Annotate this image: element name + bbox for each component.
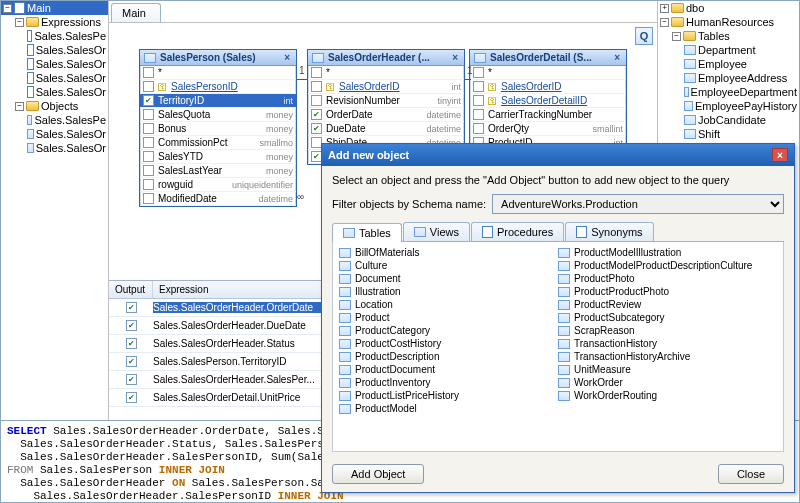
field-row[interactable]: TerritoryIDint xyxy=(140,94,296,108)
field-star[interactable]: * xyxy=(140,66,296,80)
field-checkbox[interactable] xyxy=(473,95,484,106)
tree-leaf[interactable]: Sales.SalesOr xyxy=(25,127,108,141)
add-object-button[interactable]: Add Object xyxy=(332,464,424,484)
tab-tables[interactable]: Tables xyxy=(332,223,402,242)
tree-objects[interactable]: − Objects xyxy=(13,99,108,113)
field-checkbox[interactable] xyxy=(473,109,484,120)
object-item[interactable]: Product xyxy=(339,311,558,324)
field-row[interactable]: ⚿SalesPersonID xyxy=(140,80,296,94)
object-item[interactable]: ProductInventory xyxy=(339,376,558,389)
tree-leaf[interactable]: EmployeePayHistory xyxy=(682,99,799,113)
field-row[interactable]: DueDatedatetime xyxy=(308,122,464,136)
field-checkbox[interactable] xyxy=(143,151,154,162)
object-item[interactable]: ProductSubcategory xyxy=(558,311,777,324)
tree-humanresources[interactable]: − HumanResources xyxy=(658,15,799,29)
tree-leaf[interactable]: Employee xyxy=(682,57,799,71)
object-item[interactable]: ProductPhoto xyxy=(558,272,777,285)
collapse-icon[interactable]: − xyxy=(660,18,669,27)
field-row[interactable]: SalesYTDmoney xyxy=(140,150,296,164)
collapse-icon[interactable]: − xyxy=(15,102,24,111)
schema-filter-select[interactable]: AdventureWorks.Production xyxy=(492,194,784,214)
field-row[interactable]: Bonusmoney xyxy=(140,122,296,136)
join-line[interactable] xyxy=(297,79,307,80)
close-icon[interactable]: × xyxy=(772,148,788,162)
tab-main[interactable]: Main xyxy=(111,3,161,22)
object-item[interactable]: ProductModelProductDescriptionCulture xyxy=(558,259,777,272)
tab-synonyms[interactable]: Synonyms xyxy=(565,222,653,241)
object-item[interactable]: ScrapReason xyxy=(558,324,777,337)
field-row[interactable]: ⚿SalesOrderID xyxy=(470,80,626,94)
output-checkbox[interactable] xyxy=(126,320,137,331)
tree-leaf[interactable]: Sales.SalesOr xyxy=(25,43,108,57)
tree-leaf[interactable]: Sales.SalesOr xyxy=(25,71,108,85)
tree-leaf[interactable]: JobCandidate xyxy=(682,113,799,127)
object-item[interactable]: WorkOrderRouting xyxy=(558,389,777,402)
tree-leaf[interactable]: Sales.SalesPe xyxy=(25,29,108,43)
object-item[interactable]: Culture xyxy=(339,259,558,272)
field-row[interactable]: ⚿SalesOrderDetailID xyxy=(470,94,626,108)
field-row[interactable]: OrderDatedatetime xyxy=(308,108,464,122)
object-item[interactable]: ProductListPriceHistory xyxy=(339,389,558,402)
close-icon[interactable]: × xyxy=(282,52,292,63)
output-checkbox[interactable] xyxy=(126,302,137,313)
join-line[interactable] xyxy=(465,79,471,80)
field-row[interactable]: ⚿SalesOrderIDint xyxy=(308,80,464,94)
field-row[interactable]: SalesQuotamoney xyxy=(140,108,296,122)
field-checkbox[interactable] xyxy=(311,123,322,134)
object-item[interactable]: UnitMeasure xyxy=(558,363,777,376)
left-object-tree[interactable]: − Main − Expressions Sales.SalesPeSales.… xyxy=(1,1,109,420)
close-icon[interactable]: × xyxy=(450,52,460,63)
collapse-icon[interactable]: − xyxy=(15,18,24,27)
table-salesperson[interactable]: SalesPerson (Sales)× *⚿SalesPersonIDTerr… xyxy=(139,49,297,207)
tree-leaf[interactable]: EmployeeAddress xyxy=(682,71,799,85)
object-list[interactable]: BillOfMaterialsCultureDocumentIllustrati… xyxy=(332,242,784,452)
object-item[interactable]: Illustration xyxy=(339,285,558,298)
dialog-titlebar[interactable]: Add new object × xyxy=(322,144,794,166)
field-star[interactable]: * xyxy=(308,66,464,80)
tree-dbo[interactable]: + dbo xyxy=(658,1,799,15)
tab-procedures[interactable]: Procedures xyxy=(471,222,564,241)
field-row[interactable]: rowguiduniqueidentifier xyxy=(140,178,296,192)
close-icon[interactable]: × xyxy=(612,52,622,63)
output-checkbox[interactable] xyxy=(126,392,137,403)
field-row[interactable]: CommissionPctsmallmo xyxy=(140,136,296,150)
field-checkbox[interactable] xyxy=(311,109,322,120)
expand-icon[interactable]: + xyxy=(660,4,669,13)
object-item[interactable]: TransactionHistoryArchive xyxy=(558,350,777,363)
object-item[interactable]: Document xyxy=(339,272,558,285)
tab-views[interactable]: Views xyxy=(403,222,470,241)
field-row[interactable]: RevisionNumbertinyint xyxy=(308,94,464,108)
field-star[interactable]: * xyxy=(470,66,626,80)
field-row[interactable]: OrderQtysmallint xyxy=(470,122,626,136)
field-checkbox[interactable] xyxy=(143,123,154,134)
field-row[interactable]: SalesLastYearmoney xyxy=(140,164,296,178)
tree-leaf[interactable]: Sales.SalesPe xyxy=(25,113,108,127)
q-button[interactable]: Q xyxy=(635,27,653,45)
output-checkbox[interactable] xyxy=(126,356,137,367)
object-item[interactable]: ProductReview xyxy=(558,298,777,311)
field-checkbox[interactable] xyxy=(473,81,484,92)
output-checkbox[interactable] xyxy=(126,374,137,385)
tree-expressions[interactable]: − Expressions xyxy=(13,15,108,29)
col-output[interactable]: Output xyxy=(109,281,153,298)
output-checkbox[interactable] xyxy=(126,338,137,349)
object-item[interactable]: ProductCategory xyxy=(339,324,558,337)
close-button[interactable]: Close xyxy=(718,464,784,484)
collapse-icon[interactable]: − xyxy=(672,32,681,41)
tree-leaf[interactable]: EmployeeDepartment xyxy=(682,85,799,99)
tree-leaf[interactable]: Sales.SalesOr xyxy=(25,85,108,99)
tree-root-main[interactable]: − Main xyxy=(1,1,108,15)
field-checkbox[interactable] xyxy=(143,137,154,148)
field-row[interactable]: ModifiedDatedatetime xyxy=(140,192,296,206)
field-checkbox[interactable] xyxy=(143,165,154,176)
tree-leaf[interactable]: Department xyxy=(682,43,799,57)
object-item[interactable]: ProductCostHistory xyxy=(339,337,558,350)
field-checkbox[interactable] xyxy=(143,193,154,204)
field-checkbox[interactable] xyxy=(473,123,484,134)
object-item[interactable]: BillOfMaterials xyxy=(339,246,558,259)
object-item[interactable]: WorkOrder xyxy=(558,376,777,389)
tree-leaf[interactable]: Shift xyxy=(682,127,799,141)
object-item[interactable]: ProductDescription xyxy=(339,350,558,363)
object-item[interactable]: TransactionHistory xyxy=(558,337,777,350)
object-item[interactable]: ProductModel xyxy=(339,402,558,415)
